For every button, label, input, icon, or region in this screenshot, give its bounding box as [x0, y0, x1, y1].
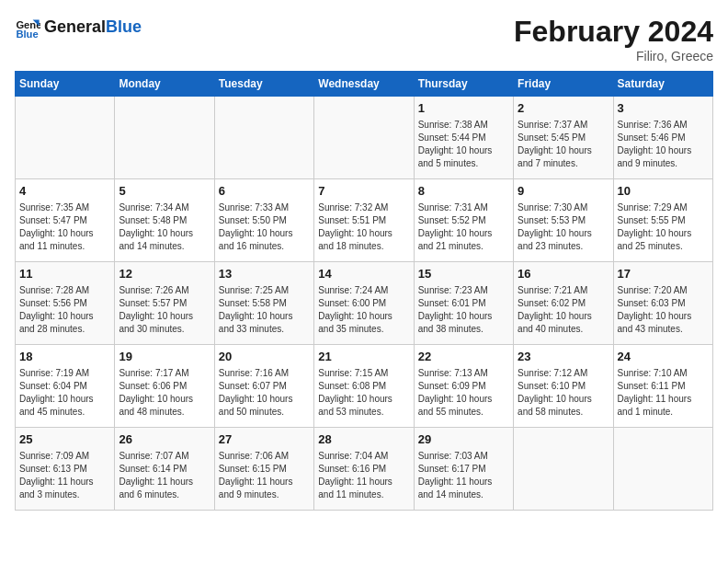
day-number: 16 — [518, 266, 609, 282]
day-info: Sunrise: 7:38 AM Sunset: 5:44 PM Dayligh… — [418, 119, 509, 170]
calendar-cell: 3Sunrise: 7:36 AM Sunset: 5:46 PM Daylig… — [613, 97, 712, 179]
day-info: Sunrise: 7:35 AM Sunset: 5:47 PM Dayligh… — [19, 201, 110, 253]
day-number: 29 — [418, 431, 509, 448]
calendar-cell: 9Sunrise: 7:30 AM Sunset: 5:53 PM Daylig… — [514, 179, 613, 262]
day-info: Sunrise: 7:24 AM Sunset: 6:00 PM Dayligh… — [318, 284, 409, 336]
day-header-tuesday: Tuesday — [214, 72, 313, 97]
calendar-cell: 1Sunrise: 7:38 AM Sunset: 5:44 PM Daylig… — [414, 97, 513, 179]
day-info: Sunrise: 7:37 AM Sunset: 5:45 PM Dayligh… — [518, 119, 609, 170]
location-subtitle: Filiro, Greece — [514, 49, 713, 63]
calendar-cell: 4Sunrise: 7:35 AM Sunset: 5:47 PM Daylig… — [16, 179, 115, 262]
day-number: 9 — [518, 183, 609, 200]
calendar-cell: 26Sunrise: 7:07 AM Sunset: 6:14 PM Dayli… — [115, 428, 214, 511]
day-number: 3 — [618, 100, 709, 117]
day-number: 22 — [418, 349, 509, 365]
day-info: Sunrise: 7:32 AM Sunset: 5:51 PM Dayligh… — [318, 201, 409, 253]
day-info: Sunrise: 7:06 AM Sunset: 6:15 PM Dayligh… — [219, 450, 310, 501]
day-number: 28 — [318, 431, 409, 448]
calendar-cell: 16Sunrise: 7:21 AM Sunset: 6:02 PM Dayli… — [514, 262, 613, 345]
day-info: Sunrise: 7:25 AM Sunset: 5:58 PM Dayligh… — [219, 284, 310, 336]
day-number: 21 — [318, 349, 409, 365]
day-number: 13 — [219, 266, 310, 282]
day-header-saturday: Saturday — [613, 72, 712, 97]
day-info: Sunrise: 7:19 AM Sunset: 6:04 PM Dayligh… — [19, 367, 110, 419]
calendar-cell: 27Sunrise: 7:06 AM Sunset: 6:15 PM Dayli… — [214, 428, 313, 511]
calendar-cell: 12Sunrise: 7:26 AM Sunset: 5:57 PM Dayli… — [115, 262, 214, 345]
day-info: Sunrise: 7:30 AM Sunset: 5:53 PM Dayligh… — [518, 201, 609, 253]
day-number: 23 — [518, 349, 609, 365]
calendar-cell: 10Sunrise: 7:29 AM Sunset: 5:55 PM Dayli… — [613, 179, 712, 262]
day-info: Sunrise: 7:04 AM Sunset: 6:16 PM Dayligh… — [318, 450, 409, 501]
day-number: 7 — [318, 183, 409, 200]
calendar-cell: 5Sunrise: 7:34 AM Sunset: 5:48 PM Daylig… — [115, 179, 214, 262]
day-header-wednesday: Wednesday — [314, 72, 414, 97]
calendar-cell: 11Sunrise: 7:28 AM Sunset: 5:56 PM Dayli… — [16, 262, 115, 345]
logo-general: General — [44, 17, 106, 36]
calendar-cell — [613, 428, 712, 511]
day-info: Sunrise: 7:23 AM Sunset: 6:01 PM Dayligh… — [418, 284, 509, 336]
calendar-cell — [514, 428, 613, 511]
calendar-cell — [16, 97, 115, 179]
day-info: Sunrise: 7:13 AM Sunset: 6:09 PM Dayligh… — [418, 367, 509, 419]
day-header-monday: Monday — [115, 72, 214, 97]
calendar-cell: 15Sunrise: 7:23 AM Sunset: 6:01 PM Dayli… — [414, 262, 513, 345]
calendar-cell — [214, 97, 313, 179]
calendar-cell: 23Sunrise: 7:12 AM Sunset: 6:10 PM Dayli… — [514, 345, 613, 428]
day-number: 20 — [219, 349, 310, 365]
day-number: 24 — [618, 349, 709, 365]
calendar-week-4: 18Sunrise: 7:19 AM Sunset: 6:04 PM Dayli… — [16, 345, 713, 428]
calendar-cell: 28Sunrise: 7:04 AM Sunset: 6:16 PM Dayli… — [314, 428, 414, 511]
month-title: February 2024 — [514, 15, 713, 49]
day-info: Sunrise: 7:03 AM Sunset: 6:17 PM Dayligh… — [418, 450, 509, 501]
day-number: 15 — [418, 266, 509, 282]
day-number: 27 — [219, 431, 310, 448]
calendar-cell: 18Sunrise: 7:19 AM Sunset: 6:04 PM Dayli… — [16, 345, 115, 428]
day-number: 14 — [318, 266, 409, 282]
day-info: Sunrise: 7:09 AM Sunset: 6:13 PM Dayligh… — [19, 450, 110, 501]
calendar-header-row: SundayMondayTuesdayWednesdayThursdayFrid… — [16, 72, 713, 97]
day-header-friday: Friday — [514, 72, 613, 97]
day-number: 1 — [418, 100, 509, 117]
calendar-cell: 13Sunrise: 7:25 AM Sunset: 5:58 PM Dayli… — [214, 262, 313, 345]
day-info: Sunrise: 7:28 AM Sunset: 5:56 PM Dayligh… — [19, 284, 110, 336]
logo-blue: Blue — [106, 17, 142, 36]
calendar-cell — [115, 97, 214, 179]
day-info: Sunrise: 7:20 AM Sunset: 6:03 PM Dayligh… — [618, 284, 709, 336]
svg-text:Blue: Blue — [16, 29, 38, 40]
day-number: 8 — [418, 183, 509, 200]
calendar-cell: 22Sunrise: 7:13 AM Sunset: 6:09 PM Dayli… — [414, 345, 513, 428]
calendar-cell: 14Sunrise: 7:24 AM Sunset: 6:00 PM Dayli… — [314, 262, 414, 345]
day-info: Sunrise: 7:36 AM Sunset: 5:46 PM Dayligh… — [618, 119, 709, 170]
day-info: Sunrise: 7:17 AM Sunset: 6:06 PM Dayligh… — [119, 367, 210, 419]
calendar-cell: 6Sunrise: 7:33 AM Sunset: 5:50 PM Daylig… — [214, 179, 313, 262]
calendar-cell: 21Sunrise: 7:15 AM Sunset: 6:08 PM Dayli… — [314, 345, 414, 428]
calendar-cell: 25Sunrise: 7:09 AM Sunset: 6:13 PM Dayli… — [16, 428, 115, 511]
page-header: General Blue GeneralBlue February 2024 F… — [15, 15, 713, 63]
day-number: 26 — [119, 431, 210, 448]
day-header-thursday: Thursday — [414, 72, 513, 97]
calendar-week-2: 4Sunrise: 7:35 AM Sunset: 5:47 PM Daylig… — [16, 179, 713, 262]
day-info: Sunrise: 7:15 AM Sunset: 6:08 PM Dayligh… — [318, 367, 409, 419]
title-block: February 2024 Filiro, Greece — [514, 15, 713, 63]
day-number: 25 — [19, 431, 110, 448]
day-info: Sunrise: 7:29 AM Sunset: 5:55 PM Dayligh… — [618, 201, 709, 253]
calendar-cell: 20Sunrise: 7:16 AM Sunset: 6:07 PM Dayli… — [214, 345, 313, 428]
calendar-week-1: 1Sunrise: 7:38 AM Sunset: 5:44 PM Daylig… — [16, 97, 713, 179]
day-number: 5 — [119, 183, 210, 200]
calendar-week-3: 11Sunrise: 7:28 AM Sunset: 5:56 PM Dayli… — [16, 262, 713, 345]
calendar-week-5: 25Sunrise: 7:09 AM Sunset: 6:13 PM Dayli… — [16, 428, 713, 511]
day-info: Sunrise: 7:26 AM Sunset: 5:57 PM Dayligh… — [119, 284, 210, 336]
calendar-cell: 7Sunrise: 7:32 AM Sunset: 5:51 PM Daylig… — [314, 179, 414, 262]
calendar-cell: 24Sunrise: 7:10 AM Sunset: 6:11 PM Dayli… — [613, 345, 712, 428]
logo: General Blue GeneralBlue — [15, 15, 142, 40]
logo-icon: General Blue — [15, 15, 40, 40]
calendar-cell: 2Sunrise: 7:37 AM Sunset: 5:45 PM Daylig… — [514, 97, 613, 179]
day-info: Sunrise: 7:10 AM Sunset: 6:11 PM Dayligh… — [618, 367, 709, 419]
day-info: Sunrise: 7:07 AM Sunset: 6:14 PM Dayligh… — [119, 450, 210, 501]
day-number: 11 — [19, 266, 110, 282]
day-info: Sunrise: 7:21 AM Sunset: 6:02 PM Dayligh… — [518, 284, 609, 336]
calendar-cell: 8Sunrise: 7:31 AM Sunset: 5:52 PM Daylig… — [414, 179, 513, 262]
day-number: 18 — [19, 349, 110, 365]
day-number: 19 — [119, 349, 210, 365]
day-info: Sunrise: 7:12 AM Sunset: 6:10 PM Dayligh… — [518, 367, 609, 419]
